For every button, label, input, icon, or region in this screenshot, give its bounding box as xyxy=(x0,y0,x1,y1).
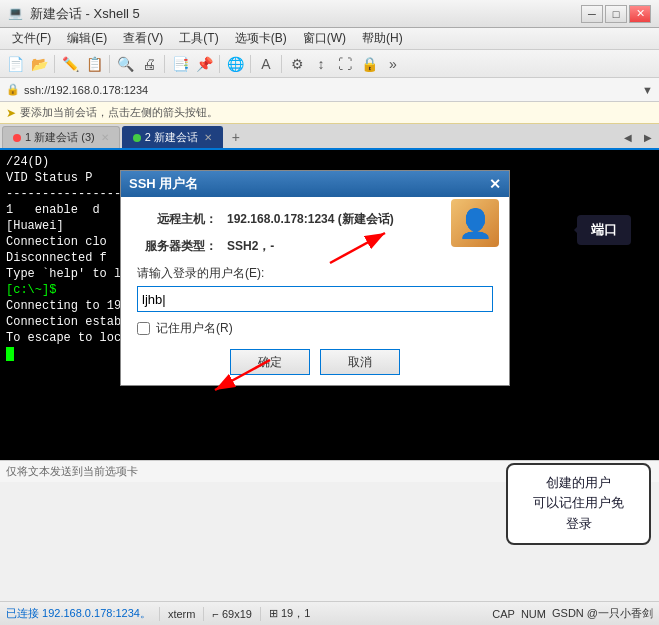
main-container: 💻 新建会话 - Xshell 5 ─ □ ✕ 文件(F) 编辑(E) 查看(V… xyxy=(0,0,659,625)
dialog-overlay: SSH 用户名 ✕ 👤 远程主机： 192.168.0.178:1234 (新建… xyxy=(0,0,659,625)
cancel-button[interactable]: 取消 xyxy=(320,349,400,375)
remote-host-value: 192.168.0.178:1234 (新建会话) xyxy=(227,211,394,228)
user-icon: 👤 xyxy=(451,199,499,247)
port-tooltip-text: 端口 xyxy=(591,222,617,237)
input-label-text: 请输入登录的用户名(E): xyxy=(137,266,264,280)
svg-line-3 xyxy=(215,360,270,390)
remote-host-label: 远程主机： xyxy=(137,211,217,228)
input-section-label: 请输入登录的用户名(E): xyxy=(137,265,493,282)
username-input[interactable] xyxy=(137,286,493,312)
remote-host-row: 远程主机： 192.168.0.178:1234 (新建会话) xyxy=(137,211,493,228)
remember-username-label[interactable]: 记住用户名(R) xyxy=(156,320,233,337)
note-bubble: 创建的用户 可以记住用户免 登录 xyxy=(506,463,651,545)
remember-username-checkbox[interactable] xyxy=(137,322,150,335)
svg-line-1 xyxy=(330,233,385,263)
note-line-2: 可以记住用户免 xyxy=(533,495,624,510)
note-line-1: 创建的用户 xyxy=(546,475,611,490)
dialog-title-bar: SSH 用户名 ✕ xyxy=(121,171,509,197)
dialog-buttons: 确定 取消 xyxy=(137,349,493,375)
dialog-body: 👤 远程主机： 192.168.0.178:1234 (新建会话) 服务器类型：… xyxy=(121,197,509,385)
dialog-title-text: SSH 用户名 xyxy=(129,175,198,193)
remember-username-row: 记住用户名(R) xyxy=(137,320,493,337)
red-arrow-1 xyxy=(320,228,400,268)
ssh-username-dialog: SSH 用户名 ✕ 👤 远程主机： 192.168.0.178:1234 (新建… xyxy=(120,170,510,386)
server-type-value: SSH2，- xyxy=(227,238,274,255)
server-type-label: 服务器类型： xyxy=(137,238,217,255)
red-arrow-2 xyxy=(200,355,280,395)
server-type-row: 服务器类型： SSH2，- xyxy=(137,238,493,255)
port-tooltip: 端口 xyxy=(577,215,631,245)
dialog-close-button[interactable]: ✕ xyxy=(489,176,501,192)
note-line-3: 登录 xyxy=(566,516,592,531)
